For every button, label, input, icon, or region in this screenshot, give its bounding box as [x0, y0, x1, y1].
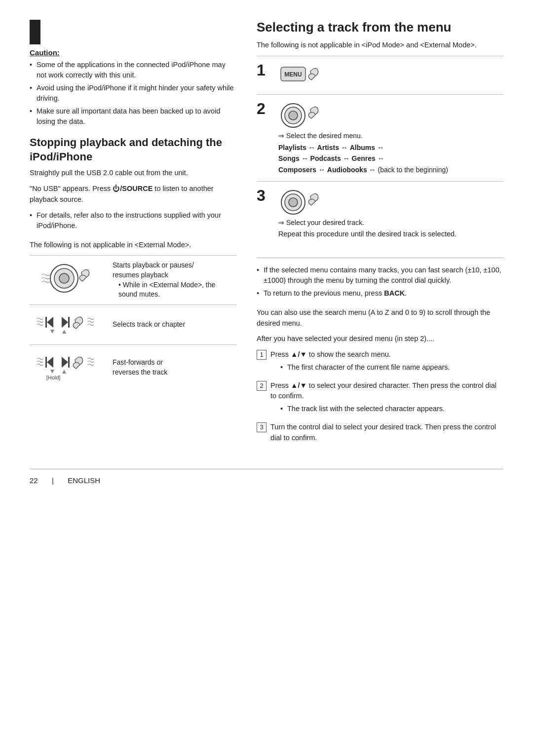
step-row-1: 1 MENU	[257, 56, 503, 94]
svg-marker-11	[62, 357, 68, 368]
step2-menu-chain: Playlists ↔ Artists ↔ Albums ↔ Songs ↔ P…	[278, 142, 503, 175]
footer-separator: |	[48, 476, 58, 485]
control-icon-knob	[30, 256, 109, 304]
source-icon: ⏻	[113, 185, 120, 192]
svg-text:[Hold]: [Hold]	[46, 375, 61, 380]
step-box-2: 2	[257, 381, 266, 391]
svg-rect-6	[68, 317, 70, 328]
black-marker	[30, 20, 40, 44]
control-row-skip-hold: [Hold] Fast-forwards orreverses the trac…	[30, 345, 237, 390]
num-step-3: 3 Turn the control dial to select your d…	[257, 422, 503, 444]
footer: 22 | ENGLISH	[30, 469, 503, 485]
control-text-knob: Starts playback or pauses/resumes playba…	[109, 256, 237, 304]
step-number-3: 3	[257, 188, 270, 203]
num-step-1-text: Press ▲/▼ to show the search menu. The f…	[270, 349, 450, 375]
step-content-2: Select the desired menu. Playlists ↔ Art…	[278, 101, 503, 175]
caution-item-2: Avoid using the iPod/iPhone if it might …	[30, 83, 237, 104]
skip-hold-icon: [Hold]	[35, 350, 104, 382]
dial-select-icon-3	[278, 188, 333, 217]
numbered-steps-list: 1 Press ▲/▼ to show the search menu. The…	[257, 349, 503, 443]
step3-sub: Repeat this procedure until the desired …	[278, 229, 503, 240]
num-step-3-text: Turn the control dial to select your des…	[270, 422, 503, 444]
svg-marker-13	[50, 370, 54, 374]
right-note-top: The following is not applicable in <iPod…	[257, 40, 503, 51]
step-number-1: 1	[257, 62, 270, 78]
caution-list: Some of the applications in the connecte…	[30, 60, 237, 127]
svg-marker-10	[47, 357, 53, 368]
control-text-skip-hold: Fast-forwards orreverses the track	[109, 345, 237, 390]
control-row-knob: Starts playback or pauses/resumes playba…	[30, 256, 237, 304]
right-bullets: If the selected menu contains many track…	[257, 265, 503, 299]
svg-marker-4	[47, 317, 53, 328]
svg-point-2	[59, 273, 69, 283]
after-step2-para: After you have selected your desired men…	[257, 334, 503, 344]
footer-language: ENGLISH	[68, 476, 100, 485]
svg-point-23	[289, 198, 298, 207]
step-number-2: 2	[257, 101, 270, 116]
control-icon-skip-hold: [Hold]	[30, 345, 109, 390]
caution-item-1: Some of the applications in the connecte…	[30, 60, 237, 80]
svg-rect-3	[45, 317, 47, 328]
svg-point-20	[289, 111, 298, 120]
caution-title: Caution:	[30, 48, 237, 57]
svg-marker-14	[62, 370, 66, 374]
control-row-skip: Selects track or chapter	[30, 304, 237, 345]
num-step-1: 1 Press ▲/▼ to show the search menu. The…	[257, 349, 503, 375]
num-step-2-text: Press ▲/▼ to select your desired charact…	[270, 380, 503, 416]
left-column: Caution: Some of the applications in the…	[30, 20, 237, 449]
stopping-para1: Straightly pull the USB 2.0 cable out fr…	[30, 168, 237, 179]
step-row-3: 3 Select your desired track. Repeat this…	[257, 181, 503, 251]
control-icon-skip	[30, 304, 109, 345]
skip-icon	[35, 310, 104, 337]
divider-after-steps	[257, 258, 503, 258]
svg-marker-5	[62, 317, 68, 328]
stopping-bullets: For details, refer also to the instructi…	[30, 210, 237, 231]
num-step-2-sub-1: The track list with the selected charact…	[280, 404, 503, 415]
step-content-1: MENU	[278, 62, 503, 88]
right-title: Selecting a track from the menu	[257, 20, 503, 35]
no-usb-text: "No USB" appears. Press	[30, 185, 113, 192]
right-bullet-1: If the selected menu contains many track…	[257, 265, 503, 286]
following-note: The following is not applicable in <Exte…	[30, 240, 237, 251]
stopping-para2: "No USB" appears. Press ⏻/SOURCE to list…	[30, 184, 237, 205]
footer-page: 22	[30, 476, 38, 485]
svg-text:MENU: MENU	[284, 71, 302, 78]
stopping-title: Stopping playback and detaching the iPod…	[30, 136, 237, 164]
num-step-1-sub-1: The first character of the current file …	[280, 362, 450, 373]
svg-marker-7	[50, 330, 54, 334]
source-label: /SOURCE	[120, 185, 152, 192]
svg-rect-12	[68, 357, 70, 368]
search-para: You can also use the search menu (A to Z…	[257, 307, 503, 329]
right-column: Selecting a track from the menu The foll…	[257, 20, 503, 449]
svg-rect-9	[45, 357, 47, 368]
controls-table: Starts playback or pauses/resumes playba…	[30, 255, 237, 390]
step-content-3: Select your desired track. Repeat this p…	[278, 188, 503, 245]
arrow-icon-3	[278, 219, 286, 227]
num-step-2: 2 Press ▲/▼ to select your desired chara…	[257, 380, 503, 416]
step-box-1: 1	[257, 350, 266, 360]
stopping-bullet-1: For details, refer also to the instructi…	[30, 210, 237, 231]
arrow-icon-2	[278, 132, 286, 140]
caution-item-3: Make sure all important data has been ba…	[30, 106, 237, 127]
step2-arrow: Select the desired menu.	[278, 132, 503, 140]
right-bullet-back: To return to the previous menu, press BA…	[257, 288, 503, 299]
num-step-2-sub: The track list with the selected charact…	[270, 404, 503, 415]
control-text-skip: Selects track or chapter	[109, 304, 237, 345]
num-step-1-sub: The first character of the current file …	[270, 362, 450, 373]
menu-button-icon: MENU	[278, 62, 323, 87]
knob-icon	[37, 263, 101, 295]
step-box-3: 3	[257, 422, 266, 432]
step3-arrow: Select your desired track.	[278, 219, 503, 227]
step-row-2: 2 Select the desired menu. Playlists ↔ A…	[257, 94, 503, 181]
svg-marker-8	[62, 330, 66, 334]
dial-select-icon-2	[278, 101, 333, 130]
